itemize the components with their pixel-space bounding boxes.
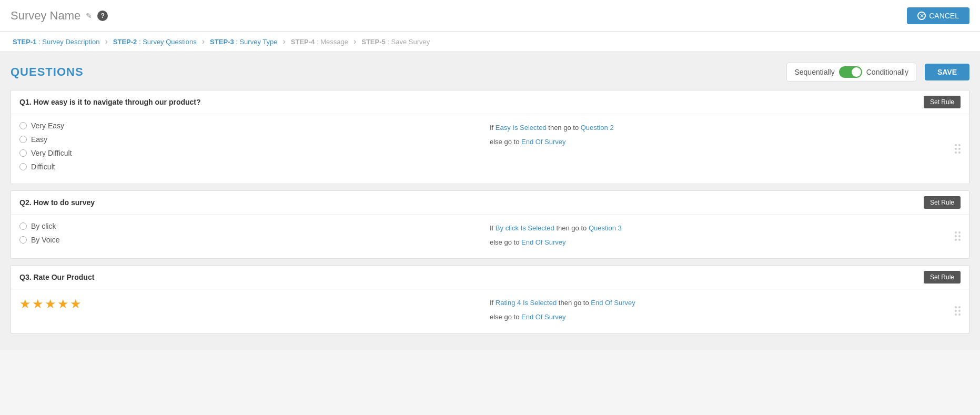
- step-arrow-4: ›: [353, 37, 356, 46]
- step-3-label[interactable]: STEP-3 : Survey Type: [208, 38, 279, 46]
- save-button[interactable]: SAVE: [925, 64, 969, 80]
- drag-dot-row-3: [955, 239, 961, 241]
- drag-handle-1[interactable]: [949, 122, 961, 176]
- step-3[interactable]: STEP-3 : Survey Type: [208, 38, 279, 46]
- option-radio-by-click[interactable]: [19, 222, 27, 230]
- step-5-text: Save Survey: [391, 38, 430, 46]
- q2-else-destination-link[interactable]: End Of Survey: [521, 238, 566, 246]
- question-1-text: Q1. How easy is it to navigate through o…: [19, 98, 201, 106]
- questions-title: QUESTIONS: [11, 65, 84, 79]
- help-icon[interactable]: ?: [97, 11, 108, 21]
- drag-handle-2[interactable]: [949, 222, 961, 251]
- drag-dot: [958, 239, 961, 241]
- drag-dot: [958, 235, 961, 237]
- drag-dot-row-2: [955, 148, 961, 150]
- option-very-difficult: Very Difficult: [19, 149, 479, 157]
- option-easy-label: Easy: [31, 135, 47, 144]
- drag-dot: [955, 148, 957, 150]
- step-4-label[interactable]: STEP-4 : Message: [289, 38, 350, 46]
- drag-dot-row-2: [955, 310, 961, 312]
- q1-condition-link[interactable]: Easy Is Selected: [496, 124, 547, 131]
- q2-rule-else: else go to End Of Survey: [490, 236, 949, 248]
- drag-dot-row-1: [955, 306, 961, 308]
- q1-destination-link[interactable]: Question 2: [581, 124, 614, 131]
- option-very-easy-label: Very Easy: [31, 122, 64, 130]
- question-1-options: Very Easy Easy Very Difficult Difficult: [19, 122, 479, 176]
- option-radio-3[interactable]: [19, 149, 27, 157]
- option-radio-1[interactable]: [19, 122, 27, 129]
- question-1-rules: If Easy Is Selected then go to Question …: [479, 122, 949, 176]
- set-rule-button-3[interactable]: Set Rule: [924, 271, 961, 284]
- toggle-sequentially-label: Sequentially: [794, 68, 834, 76]
- q1-if-prefix: If: [490, 124, 496, 131]
- step-4-text: Message: [320, 38, 348, 46]
- q3-rule-else: else go to End Of Survey: [490, 311, 949, 323]
- question-2-options: By click By Voice: [19, 222, 479, 251]
- option-by-click: By click: [19, 222, 479, 230]
- question-2-body: By click By Voice If By click Is Selecte…: [11, 215, 969, 258]
- question-1-body: Very Easy Easy Very Difficult Difficult …: [11, 114, 969, 184]
- step-2[interactable]: STEP-2 : Survey Questions: [111, 38, 199, 46]
- option-by-voice-label: By Voice: [31, 236, 59, 244]
- q3-else-destination-link[interactable]: End Of Survey: [521, 313, 566, 321]
- step-2-text: Survey Questions: [143, 38, 197, 46]
- step-3-text: Survey Type: [239, 38, 277, 46]
- q3-condition-link[interactable]: Rating 4 Is Selected: [496, 299, 557, 307]
- toggle-slider: [839, 66, 862, 78]
- question-card-3: Q3. Rate Our Product Set Rule ★★★★★ If R…: [11, 265, 969, 333]
- drag-dot: [958, 148, 961, 150]
- questions-header: QUESTIONS Sequentially Conditionally SAV…: [11, 63, 969, 82]
- q2-condition-link[interactable]: By click Is Selected: [496, 224, 554, 232]
- drag-dot-row-1: [955, 144, 961, 146]
- q3-then-text: then go to: [557, 299, 591, 307]
- option-radio-2[interactable]: [19, 136, 27, 143]
- drag-dot: [955, 151, 957, 154]
- cancel-button[interactable]: ✕ CANCEL: [907, 7, 969, 24]
- set-rule-button-2[interactable]: Set Rule: [924, 196, 961, 209]
- step-4[interactable]: STEP-4 : Message: [289, 38, 350, 46]
- step-1-label[interactable]: STEP-1 : Survey Description: [11, 38, 102, 46]
- set-rule-button-1[interactable]: Set Rule: [924, 96, 961, 108]
- question-3-header: Q3. Rate Our Product Set Rule: [11, 266, 969, 289]
- drag-dot: [958, 151, 961, 154]
- steps-navigation: STEP-1 : Survey Description › STEP-2 : S…: [0, 32, 980, 52]
- step-4-num: STEP-4: [291, 38, 315, 46]
- step-1-text: Survey Description: [42, 38, 99, 46]
- drag-handle-3[interactable]: [949, 297, 961, 326]
- drag-dot: [955, 313, 957, 316]
- sequentially-conditionally-toggle[interactable]: [839, 66, 862, 78]
- option-radio-4[interactable]: [19, 163, 27, 170]
- drag-dot: [958, 313, 961, 316]
- option-by-voice: By Voice: [19, 236, 479, 244]
- option-easy: Easy: [19, 135, 479, 144]
- questions-header-right: Sequentially Conditionally SAVE: [786, 63, 969, 82]
- q3-destination-link[interactable]: End Of Survey: [591, 299, 635, 307]
- app-header: Survey Name ✎ ? ✕ CANCEL: [0, 0, 980, 32]
- step-arrow-2: ›: [202, 37, 205, 46]
- q2-destination-link[interactable]: Question 3: [589, 224, 622, 232]
- q1-else-destination-link[interactable]: End Of Survey: [521, 138, 566, 146]
- step-3-num: STEP-3: [210, 38, 234, 46]
- drag-dot: [955, 144, 957, 146]
- step-2-label[interactable]: STEP-2 : Survey Questions: [111, 38, 199, 46]
- option-radio-by-voice[interactable]: [19, 236, 27, 244]
- q1-rule-if: If Easy Is Selected then go to Question …: [490, 122, 949, 134]
- drag-dot: [955, 239, 957, 241]
- cancel-x-icon: ✕: [917, 12, 926, 20]
- step-5-label[interactable]: STEP-5 : Save Survey: [359, 38, 432, 46]
- q3-else-prefix: else go to: [490, 313, 521, 321]
- cancel-label: CANCEL: [929, 12, 959, 20]
- step-5[interactable]: STEP-5 : Save Survey: [359, 38, 432, 46]
- q2-else-prefix: else go to: [490, 238, 521, 246]
- drag-dot: [955, 306, 957, 308]
- drag-dot: [958, 144, 961, 146]
- drag-dot: [958, 310, 961, 312]
- drag-dot-row-3: [955, 151, 961, 154]
- q3-rule-if: If Rating 4 Is Selected then go to End O…: [490, 297, 949, 309]
- drag-dot-row-3: [955, 313, 961, 316]
- option-very-difficult-label: Very Difficult: [31, 149, 72, 157]
- drag-dot-row-1: [955, 231, 961, 234]
- question-card-2: Q2. How to do survey Set Rule By click B…: [11, 190, 969, 259]
- step-1[interactable]: STEP-1 : Survey Description: [11, 38, 102, 46]
- edit-icon[interactable]: ✎: [86, 12, 92, 20]
